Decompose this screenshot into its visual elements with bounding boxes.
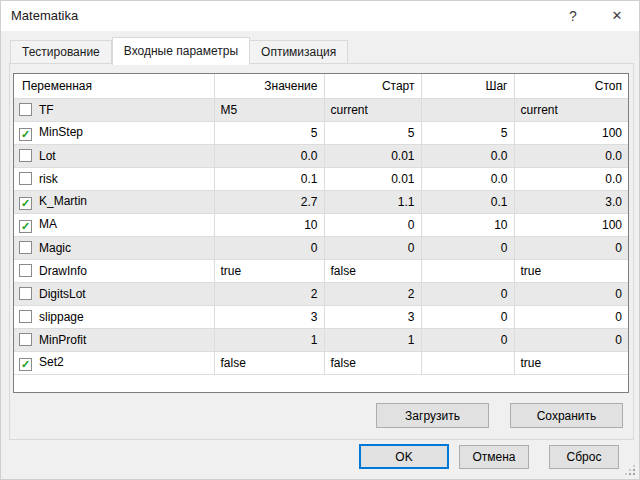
step-cell[interactable]: 0.0 — [421, 144, 514, 167]
step-cell[interactable]: 0.1 — [421, 190, 514, 213]
param-name-cell: ✓Set2 — [14, 351, 214, 374]
start-cell[interactable]: false — [324, 351, 421, 374]
value-cell[interactable]: false — [214, 351, 324, 374]
value-cell[interactable]: 2 — [214, 282, 324, 305]
step-cell[interactable]: 10 — [421, 213, 514, 236]
stop-cell[interactable]: 0 — [514, 305, 628, 328]
table-row: DigitsLot2200 — [14, 282, 628, 305]
step-cell[interactable]: 0 — [421, 328, 514, 351]
table-row: ✓K_Martin2.71.10.13.0 — [14, 190, 628, 213]
row-checkbox[interactable] — [19, 264, 32, 277]
tab-optimization[interactable]: Оптимизация — [250, 40, 348, 64]
value-cell[interactable]: M5 — [214, 98, 324, 121]
row-checkbox[interactable] — [19, 310, 32, 323]
stop-cell[interactable]: 3.0 — [514, 190, 628, 213]
step-cell[interactable]: 0 — [421, 282, 514, 305]
step-cell[interactable] — [421, 351, 514, 374]
value-cell[interactable]: 0.1 — [214, 167, 324, 190]
close-icon[interactable]: ✕ — [601, 1, 633, 31]
parameters-table: Переменная Значение Старт Шаг Стоп TFM5c… — [13, 73, 629, 393]
param-name-cell: DigitsLot — [14, 282, 214, 305]
window-title: Matematika — [11, 1, 78, 31]
titlebar: Matematika ? ✕ — [1, 1, 639, 31]
value-cell[interactable]: 0 — [214, 236, 324, 259]
reset-button[interactable]: Сброс — [549, 445, 619, 469]
start-cell[interactable]: 1 — [324, 328, 421, 351]
value-cell[interactable]: 5 — [214, 121, 324, 144]
step-cell[interactable]: 5 — [421, 121, 514, 144]
start-cell[interactable]: 0 — [324, 213, 421, 236]
table-row: ✓MinStep555100 — [14, 121, 628, 144]
step-cell[interactable] — [421, 259, 514, 282]
stop-cell[interactable]: 100 — [514, 121, 628, 144]
param-name-cell: ✓K_Martin — [14, 190, 214, 213]
param-name: K_Martin — [39, 194, 87, 208]
stop-cell[interactable]: current — [514, 98, 628, 121]
table-row: ✓MA10010100 — [14, 213, 628, 236]
load-button[interactable]: Загрузить — [376, 403, 489, 428]
row-checkbox[interactable] — [19, 333, 32, 346]
param-name: Magic — [39, 241, 71, 255]
table-row: ✓Set2falsefalsetrue — [14, 351, 628, 374]
stop-cell[interactable]: 0 — [514, 282, 628, 305]
stop-cell[interactable]: 0 — [514, 328, 628, 351]
column-header-step: Шаг — [421, 74, 514, 98]
stop-cell[interactable]: true — [514, 351, 628, 374]
start-cell[interactable]: 0.01 — [324, 144, 421, 167]
param-name: MinProfit — [39, 333, 86, 347]
stop-cell[interactable]: 0.0 — [514, 144, 628, 167]
row-checkbox[interactable] — [19, 149, 32, 162]
start-cell[interactable]: 0.01 — [324, 167, 421, 190]
row-checkbox[interactable] — [19, 287, 32, 300]
step-cell[interactable]: 0.0 — [421, 167, 514, 190]
dialog-window: Matematika ? ✕ Тестирование Входные пара… — [0, 0, 640, 480]
value-cell[interactable]: true — [214, 259, 324, 282]
stop-cell[interactable]: 0.0 — [514, 167, 628, 190]
row-checkbox[interactable] — [19, 241, 32, 254]
param-name-cell: Lot — [14, 144, 214, 167]
param-name: risk — [39, 172, 58, 186]
value-cell[interactable]: 2.7 — [214, 190, 324, 213]
row-checkbox-checked[interactable]: ✓ — [19, 128, 32, 141]
param-name-cell: DrawInfo — [14, 259, 214, 282]
column-header-stop: Стоп — [514, 74, 628, 98]
table-header-row: Переменная Значение Старт Шаг Стоп — [14, 74, 628, 98]
value-cell[interactable]: 1 — [214, 328, 324, 351]
row-checkbox-checked[interactable]: ✓ — [19, 220, 32, 233]
table-row: slippage3300 — [14, 305, 628, 328]
start-cell[interactable]: false — [324, 259, 421, 282]
start-cell[interactable]: current — [324, 98, 421, 121]
stop-cell[interactable]: 0 — [514, 236, 628, 259]
param-name-cell: ✓MinStep — [14, 121, 214, 144]
help-icon[interactable]: ? — [557, 1, 589, 31]
save-button[interactable]: Сохранить — [510, 403, 623, 428]
stop-cell[interactable]: true — [514, 259, 628, 282]
param-name: Set2 — [39, 355, 64, 369]
row-checkbox-checked[interactable]: ✓ — [19, 197, 32, 210]
row-checkbox-checked[interactable]: ✓ — [19, 358, 32, 371]
resize-grip-icon[interactable] — [633, 473, 635, 475]
param-name: MinStep — [39, 125, 83, 139]
param-table-body: TFM5currentcurrent✓MinStep555100Lot0.00.… — [14, 98, 628, 374]
table-row: Lot0.00.010.00.0 — [14, 144, 628, 167]
start-cell[interactable]: 3 — [324, 305, 421, 328]
step-cell[interactable]: 0 — [421, 236, 514, 259]
tab-input-parameters[interactable]: Входные параметры — [112, 37, 250, 65]
row-checkbox[interactable] — [19, 172, 32, 185]
start-cell[interactable]: 1.1 — [324, 190, 421, 213]
value-cell[interactable]: 3 — [214, 305, 324, 328]
step-cell[interactable] — [421, 98, 514, 121]
start-cell[interactable]: 5 — [324, 121, 421, 144]
param-name-cell: risk — [14, 167, 214, 190]
step-cell[interactable]: 0 — [421, 305, 514, 328]
stop-cell[interactable]: 100 — [514, 213, 628, 236]
ok-button[interactable]: OK — [359, 444, 449, 469]
value-cell[interactable]: 10 — [214, 213, 324, 236]
value-cell[interactable]: 0.0 — [214, 144, 324, 167]
tab-testing[interactable]: Тестирование — [10, 40, 112, 64]
start-cell[interactable]: 0 — [324, 236, 421, 259]
table-row: Magic0000 — [14, 236, 628, 259]
start-cell[interactable]: 2 — [324, 282, 421, 305]
row-checkbox[interactable] — [19, 103, 32, 116]
cancel-button[interactable]: Отмена — [459, 445, 529, 469]
